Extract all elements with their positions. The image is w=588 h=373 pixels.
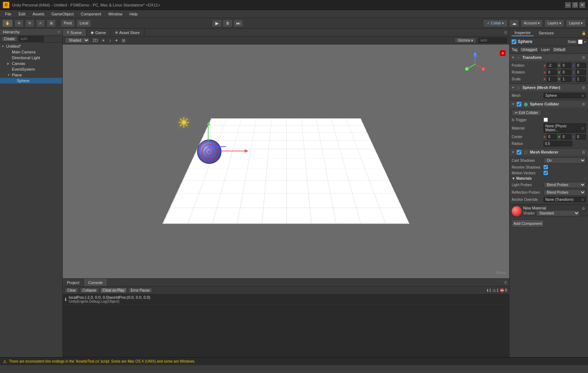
- receive-shadows-checkbox[interactable]: [544, 165, 548, 169]
- scale-z-input[interactable]: [576, 76, 586, 82]
- rotation-x-input[interactable]: [547, 70, 557, 75]
- material-settings-btn[interactable]: ⚙: [581, 207, 586, 211]
- lighting-button[interactable]: ☀: [101, 38, 106, 43]
- motion-vectors-checkbox[interactable]: [544, 171, 548, 175]
- rotation-y-input[interactable]: [561, 70, 571, 75]
- edit-collider-button[interactable]: ✏ Edit Collider: [512, 110, 541, 116]
- rotation-z-input[interactable]: [576, 70, 586, 75]
- layers-button[interactable]: Layers ▾: [544, 19, 564, 27]
- scene-panel-options[interactable]: ☰: [504, 31, 509, 34]
- hidden-button[interactable]: ⊞: [121, 38, 126, 43]
- menu-assets[interactable]: Assets: [29, 11, 48, 17]
- scene-view[interactable]: Y X Z ✕ ☀: [63, 44, 509, 278]
- scale-tool-button[interactable]: ⤢: [36, 19, 45, 27]
- transform-menu-btn[interactable]: ⚙: [581, 56, 586, 60]
- tree-item-plane[interactable]: ▼ Plane: [0, 72, 62, 78]
- clear-on-play-button[interactable]: Clear on Play: [100, 288, 127, 293]
- step-button[interactable]: ⏭: [233, 19, 243, 27]
- object-enabled-checkbox[interactable]: [512, 39, 516, 44]
- inspector-lock[interactable]: 🔒: [582, 31, 586, 35]
- cloud-button[interactable]: ☁: [509, 19, 519, 27]
- scale-x-input[interactable]: [547, 76, 557, 82]
- mesh-pick-icon[interactable]: ⊙: [581, 94, 584, 98]
- nav-gizmo[interactable]: Y X Z: [463, 52, 488, 77]
- collider-header[interactable]: ▼ ⬤ Sphere Collider ⚙: [510, 100, 588, 108]
- add-component-button[interactable]: Add Component: [512, 219, 544, 227]
- account-button[interactable]: Account ▾: [521, 19, 543, 27]
- clear-button[interactable]: Clear: [65, 288, 78, 293]
- tree-item-main-camera[interactable]: Main Camera: [0, 49, 62, 55]
- transform-header[interactable]: ▼ ↔ Transform ⚙: [510, 54, 588, 61]
- game-tab[interactable]: ◉ Game: [86, 29, 111, 36]
- menu-edit[interactable]: Edit: [15, 11, 29, 17]
- tree-item-eventsystem[interactable]: EventSystem: [0, 66, 62, 72]
- move-tool-button[interactable]: ✛: [14, 19, 24, 27]
- mesh-filter-header[interactable]: ▼ ⬡ Sphere (Mesh Filter) ⚙: [510, 84, 588, 91]
- position-z-input[interactable]: [576, 63, 586, 68]
- play-button[interactable]: ▶: [212, 19, 222, 27]
- maximize-button[interactable]: ☐: [572, 2, 578, 8]
- shader-dropdown[interactable]: Standard: [536, 210, 580, 216]
- center-z-input[interactable]: [576, 134, 586, 140]
- renderer-menu-btn[interactable]: ⚙: [581, 150, 586, 154]
- project-tab[interactable]: Project: [63, 279, 84, 286]
- audio-button[interactable]: ♪: [108, 38, 112, 43]
- cast-shadows-dropdown[interactable]: On: [544, 157, 586, 164]
- collider-menu-btn[interactable]: ⚙: [581, 102, 586, 106]
- console-tab[interactable]: Console: [84, 279, 107, 286]
- collider-enabled-checkbox[interactable]: [517, 102, 521, 107]
- anchor-pick-icon[interactable]: ⊙: [581, 198, 584, 202]
- scene-tab[interactable]: # Scene: [63, 29, 86, 36]
- gizmos-button[interactable]: Gizmos ▾: [455, 38, 476, 43]
- reflection-probes-dropdown[interactable]: Blend Probes: [544, 189, 586, 195]
- effects-button[interactable]: ✦: [114, 38, 119, 43]
- minimize-button[interactable]: —: [565, 2, 571, 8]
- hierarchy-tab[interactable]: Hierarchy ≡: [0, 29, 62, 36]
- center-x-input[interactable]: [547, 134, 557, 140]
- tree-item-directional-light[interactable]: Directional Light: [0, 55, 62, 61]
- bottom-panel-options[interactable]: ☰: [504, 281, 509, 284]
- renderer-header[interactable]: ▼ ⬡ Mesh Renderer ⚙: [510, 148, 588, 156]
- mesh-menu-btn[interactable]: ⚙: [581, 86, 586, 90]
- scene-search[interactable]: [478, 38, 507, 43]
- collapse-button[interactable]: Collapse: [80, 288, 99, 293]
- shading-dropdown[interactable]: Shaded: [65, 37, 90, 43]
- static-checkbox[interactable]: [578, 39, 583, 44]
- console-row-0[interactable]: ℹ localPos:(-2.0, 0.0, 0.0)worldPos:(0.0…: [63, 294, 509, 304]
- menu-help[interactable]: Help: [126, 11, 141, 17]
- pivot-button[interactable]: Pivot: [61, 19, 75, 27]
- collab-button[interactable]: ✓ Collab ▾: [483, 19, 508, 27]
- layer-dropdown[interactable]: Default: [552, 47, 567, 52]
- inspector-tab[interactable]: Inspector: [512, 30, 534, 36]
- radius-input[interactable]: [544, 141, 572, 146]
- position-y-input[interactable]: [561, 63, 571, 68]
- menu-component[interactable]: Component: [77, 11, 105, 17]
- rect-tool-button[interactable]: ⊞: [47, 19, 56, 27]
- mat-pick-icon[interactable]: ⊙: [581, 126, 584, 130]
- close-button[interactable]: ✕: [579, 2, 585, 8]
- scale-y-input[interactable]: [561, 76, 571, 82]
- layout-button[interactable]: Layout ▾: [566, 19, 586, 27]
- rotate-tool-button[interactable]: ↻: [25, 19, 34, 27]
- hand-tool-button[interactable]: ✋: [2, 19, 13, 27]
- position-x-input[interactable]: [547, 63, 557, 68]
- close-scene-button[interactable]: ✕: [500, 50, 506, 56]
- menu-gameobject[interactable]: GameObject: [48, 11, 77, 17]
- asset-store-tab[interactable]: ⊛ Asset Store: [111, 29, 144, 36]
- 2d-button[interactable]: 2D: [92, 38, 99, 43]
- error-pause-button[interactable]: Error Pause: [128, 288, 152, 293]
- tree-item-untitled[interactable]: ▼ Untitled*: [0, 43, 62, 49]
- static-dropdown-arrow[interactable]: ▾: [584, 40, 586, 44]
- renderer-enabled-checkbox[interactable]: [517, 150, 521, 155]
- hierarchy-search[interactable]: [19, 36, 44, 42]
- tag-dropdown[interactable]: Untagged: [520, 47, 539, 52]
- tree-item-canvas[interactable]: ▶ Canvas: [0, 61, 62, 66]
- light-probes-dropdown[interactable]: Blend Probes: [544, 182, 586, 188]
- create-button[interactable]: Create: [1, 36, 17, 42]
- services-tab[interactable]: Services: [536, 30, 556, 36]
- pause-button[interactable]: ⏸: [223, 19, 233, 27]
- tree-item-sphere[interactable]: Sphere: [0, 78, 62, 84]
- center-y-input[interactable]: [561, 134, 571, 140]
- menu-window[interactable]: Window: [105, 11, 126, 17]
- menu-file[interactable]: File: [1, 11, 15, 17]
